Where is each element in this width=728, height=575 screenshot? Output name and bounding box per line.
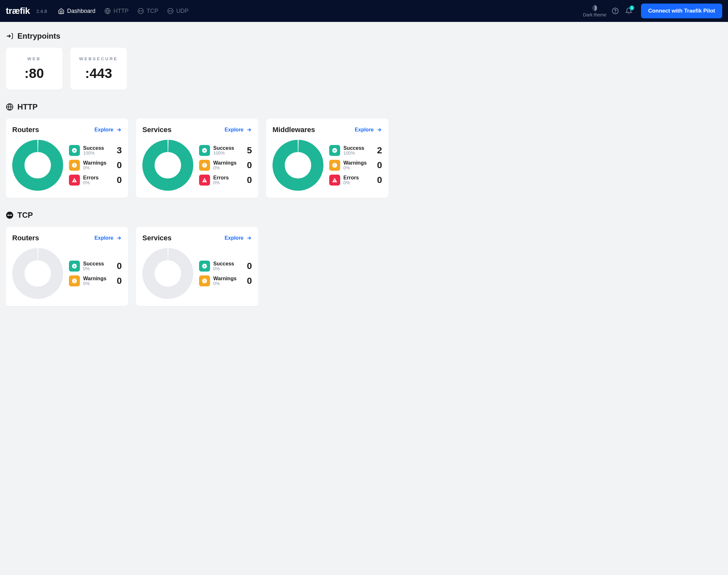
login-icon [6, 32, 13, 40]
check-circle-icon [199, 261, 210, 272]
spacer [266, 227, 388, 306]
entrypoint-card-websecure[interactable]: WEBSECURE :443 [70, 48, 127, 90]
metric-success: Success100% 3 [69, 145, 122, 156]
svg-point-8 [19, 146, 57, 184]
metric-count: 0 [377, 175, 382, 185]
check-circle-icon [69, 145, 80, 156]
entrypoint-port: :443 [85, 66, 112, 81]
nav-tab-udp[interactable]: UDP [167, 8, 188, 14]
notification-badge: 1 [629, 5, 634, 10]
svg-point-15 [148, 146, 187, 184]
donut-chart [142, 248, 193, 299]
nav-tab-label: UDP [176, 8, 188, 14]
check-circle-icon [69, 261, 80, 272]
help-button[interactable] [611, 6, 620, 15]
theme-toggle[interactable]: Dark theme [583, 4, 606, 18]
donut-chart [142, 140, 193, 191]
explore-link[interactable]: Explore [355, 127, 382, 133]
svg-point-35 [148, 254, 187, 293]
section-title: HTTP [18, 102, 38, 111]
explore-link[interactable]: Explore [94, 235, 122, 241]
svg-point-14 [74, 181, 75, 182]
metric-warnings: Warnings0% 0 [69, 275, 122, 286]
metric-count: 0 [247, 175, 252, 185]
metric-count: 2 [377, 145, 382, 156]
svg-rect-33 [74, 280, 75, 281]
warning-icon [329, 160, 340, 171]
metric-count: 0 [247, 261, 252, 271]
content: Entrypoints WEB :80 WEBSECURE :443 HTTP … [0, 22, 728, 329]
http-middlewares-card: Middlewares Explore Success100% 2 [266, 119, 388, 198]
metric-errors: Errors0% 0 [329, 175, 382, 185]
nav-tab-http[interactable]: HTTP [104, 8, 129, 14]
metric-count: 0 [247, 276, 252, 286]
section-http: HTTP Routers Explore [6, 102, 722, 198]
metric-warnings: Warnings0% 0 [69, 160, 122, 171]
metric-success: Success0% 0 [69, 261, 122, 272]
explore-label: Explore [224, 127, 244, 133]
metric-count: 5 [247, 145, 252, 156]
tcp-services-card: Services Explore Success0% 0 [136, 227, 258, 306]
svg-rect-18 [204, 164, 205, 166]
svg-point-30 [19, 254, 57, 293]
section-header: Entrypoints [6, 32, 722, 41]
swap-icon [167, 8, 174, 14]
card-title: Middlewares [273, 126, 315, 134]
entrypoints-row: WEB :80 WEBSECURE :443 [6, 48, 722, 90]
metric-errors: Errors0% 0 [69, 175, 122, 185]
connect-pilot-button[interactable]: Connect with Traefik Pilot [641, 4, 722, 19]
topbar: træfik 2.4.8 Dashboard HTTP TCP UDP Dark… [0, 0, 728, 22]
warning-icon [69, 160, 80, 171]
entrypoint-card-web[interactable]: WEB :80 [6, 48, 63, 90]
section-tcp: TCP Routers Explore [6, 211, 722, 306]
explore-link[interactable]: Explore [224, 235, 252, 241]
svg-point-19 [204, 166, 205, 167]
nav-tab-dashboard[interactable]: Dashboard [58, 8, 95, 14]
svg-point-22 [279, 146, 317, 184]
help-icon [612, 7, 619, 14]
svg-point-26 [334, 166, 335, 167]
metric-errors: Errors0% 0 [199, 175, 252, 185]
explore-link[interactable]: Explore [94, 127, 122, 133]
http-cards-row: Routers Explore Success100% 3 [6, 119, 722, 198]
metric-count: 0 [247, 160, 252, 170]
svg-point-12 [74, 166, 75, 167]
tcp-routers-card: Routers Explore Success0% 0 [6, 227, 128, 306]
svg-point-39 [204, 281, 205, 282]
metric-count: 0 [116, 276, 122, 286]
globe-icon [104, 8, 111, 14]
svg-point-5 [615, 12, 616, 12]
contrast-icon [591, 4, 598, 11]
nav-tab-label: HTTP [113, 8, 129, 14]
svg-rect-20 [204, 179, 205, 181]
card-title: Services [142, 126, 172, 134]
check-circle-icon [329, 145, 340, 156]
arrow-right-icon [246, 127, 252, 133]
svg-point-28 [334, 181, 335, 182]
metric-warnings: Warnings0% 0 [199, 160, 252, 171]
logo[interactable]: træfik [6, 6, 30, 16]
entrypoint-name: WEB [27, 56, 41, 61]
notifications-button[interactable]: 1 [624, 6, 633, 15]
globe-icon [6, 103, 13, 111]
entrypoint-port: :80 [25, 66, 44, 81]
explore-label: Explore [94, 235, 113, 241]
arrow-right-icon [246, 235, 252, 241]
tcp-cards-row: Routers Explore Success0% 0 [6, 227, 722, 306]
nav-tab-tcp[interactable]: TCP [138, 8, 158, 14]
arrow-right-icon [116, 235, 122, 241]
section-title: TCP [18, 211, 33, 220]
explore-link[interactable]: Explore [224, 127, 252, 133]
error-icon [69, 175, 80, 185]
metric-count: 0 [116, 160, 122, 170]
error-icon [199, 175, 210, 185]
card-title: Routers [12, 234, 39, 242]
section-header: TCP [6, 211, 722, 220]
explore-label: Explore [355, 127, 374, 133]
entrypoint-name: WEBSECURE [79, 56, 118, 61]
section-header: HTTP [6, 102, 722, 111]
card-title: Routers [12, 126, 39, 134]
svg-rect-11 [74, 164, 75, 166]
explore-label: Explore [224, 235, 244, 241]
section-entrypoints: Entrypoints WEB :80 WEBSECURE :443 [6, 32, 722, 90]
